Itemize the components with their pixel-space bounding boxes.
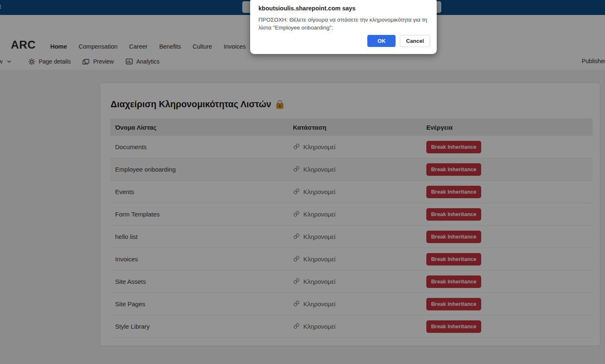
cancel-button[interactable]: Cancel [400, 35, 430, 47]
modal-scrim [0, 0, 605, 364]
browser-confirm-dialog: kboutsioulis.sharepoint.com says ΠΡΟΣΟΧΗ… [250, 0, 437, 54]
dialog-buttons: OK Cancel [367, 35, 430, 47]
dialog-message: ΠΡΟΣΟΧΗ: Θέλετε σίγουρα να σπάσετε την κ… [258, 16, 428, 32]
screen: t ARC Home Compensation Career Benefits … [0, 0, 605, 364]
dialog-title: kboutsioulis.sharepoint.com says [258, 5, 428, 12]
ok-button[interactable]: OK [367, 35, 396, 47]
